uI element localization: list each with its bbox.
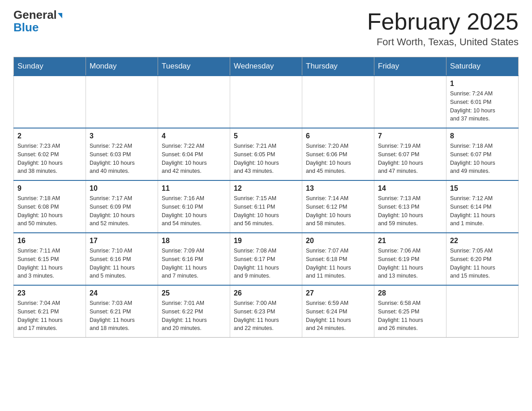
calendar-day-cell [158,76,230,128]
day-number: 23 [17,289,82,297]
day-number: 12 [234,184,298,193]
day-number: 2 [17,132,82,140]
day-number: 14 [378,184,442,193]
calendar-day-cell: 23Sunrise: 7:04 AM Sunset: 6:21 PM Dayli… [14,285,86,338]
calendar-day-cell: 25Sunrise: 7:01 AM Sunset: 6:22 PM Dayli… [158,285,230,338]
day-info: Sunrise: 7:12 AM Sunset: 6:14 PM Dayligh… [450,194,515,228]
calendar-day-cell: 28Sunrise: 6:58 AM Sunset: 6:25 PM Dayli… [374,285,446,338]
day-number: 6 [306,132,370,140]
day-info: Sunrise: 7:14 AM Sunset: 6:12 PM Dayligh… [306,194,370,228]
day-info: Sunrise: 7:18 AM Sunset: 6:08 PM Dayligh… [17,194,82,228]
calendar-day-cell [86,76,158,128]
day-info: Sunrise: 7:09 AM Sunset: 6:16 PM Dayligh… [162,247,226,280]
day-number: 28 [378,289,442,297]
day-number: 10 [90,184,154,193]
day-number: 26 [234,289,298,297]
day-info: Sunrise: 7:21 AM Sunset: 6:05 PM Dayligh… [234,142,298,176]
day-info: Sunrise: 7:16 AM Sunset: 6:10 PM Dayligh… [162,194,226,228]
day-of-week-header: Friday [374,57,446,76]
calendar-day-cell: 22Sunrise: 7:05 AM Sunset: 6:20 PM Dayli… [446,233,519,285]
calendar-day-cell: 14Sunrise: 7:13 AM Sunset: 6:13 PM Dayli… [374,180,446,233]
day-number: 13 [306,184,370,193]
day-number: 24 [90,289,154,297]
calendar-day-cell: 19Sunrise: 7:08 AM Sunset: 6:17 PM Dayli… [230,233,302,285]
day-info: Sunrise: 7:01 AM Sunset: 6:22 PM Dayligh… [162,299,226,333]
day-info: Sunrise: 7:00 AM Sunset: 6:23 PM Dayligh… [234,299,298,333]
day-of-week-header: Sunday [14,57,86,76]
calendar-week-row: 16Sunrise: 7:11 AM Sunset: 6:15 PM Dayli… [14,233,519,285]
calendar-week-row: 9Sunrise: 7:18 AM Sunset: 6:08 PM Daylig… [14,180,519,233]
day-number: 27 [306,289,370,297]
day-number: 8 [450,132,515,140]
day-number: 20 [306,237,370,245]
calendar-week-row: 23Sunrise: 7:04 AM Sunset: 6:21 PM Dayli… [14,285,519,338]
day-of-week-header: Monday [86,57,158,76]
day-number: 19 [234,237,298,245]
calendar-day-cell [374,76,446,128]
day-info: Sunrise: 7:10 AM Sunset: 6:16 PM Dayligh… [90,247,154,280]
day-number: 22 [450,237,515,245]
page-title: February 2025 [367,9,519,34]
logo-arrow-icon [58,13,62,18]
day-info: Sunrise: 7:13 AM Sunset: 6:13 PM Dayligh… [378,194,442,228]
day-info: Sunrise: 7:04 AM Sunset: 6:21 PM Dayligh… [17,299,82,333]
day-info: Sunrise: 7:20 AM Sunset: 6:06 PM Dayligh… [306,142,370,176]
calendar-day-cell: 1Sunrise: 7:24 AM Sunset: 6:01 PM Daylig… [446,76,519,128]
calendar-day-cell: 2Sunrise: 7:23 AM Sunset: 6:02 PM Daylig… [14,128,86,180]
calendar-day-cell [230,76,302,128]
day-info: Sunrise: 7:22 AM Sunset: 6:04 PM Dayligh… [162,142,226,176]
calendar-day-cell: 4Sunrise: 7:22 AM Sunset: 6:04 PM Daylig… [158,128,230,180]
day-number: 17 [90,237,154,245]
day-of-week-header: Tuesday [158,57,230,76]
day-info: Sunrise: 7:24 AM Sunset: 6:01 PM Dayligh… [450,90,515,123]
day-number: 1 [450,80,515,88]
day-info: Sunrise: 7:17 AM Sunset: 6:09 PM Dayligh… [90,194,154,228]
day-number: 7 [378,132,442,140]
calendar-day-cell: 21Sunrise: 7:06 AM Sunset: 6:19 PM Dayli… [374,233,446,285]
day-number: 18 [162,237,226,245]
calendar-day-cell: 26Sunrise: 7:00 AM Sunset: 6:23 PM Dayli… [230,285,302,338]
day-of-week-header: Wednesday [230,57,302,76]
calendar-week-row: 2Sunrise: 7:23 AM Sunset: 6:02 PM Daylig… [14,128,519,180]
calendar-table: SundayMondayTuesdayWednesdayThursdayFrid… [13,57,519,338]
calendar-day-cell: 8Sunrise: 7:18 AM Sunset: 6:07 PM Daylig… [446,128,519,180]
calendar-day-cell: 12Sunrise: 7:15 AM Sunset: 6:11 PM Dayli… [230,180,302,233]
day-number: 11 [162,184,226,193]
day-info: Sunrise: 7:19 AM Sunset: 6:07 PM Dayligh… [378,142,442,176]
page-header: General Blue February 2025 Fort Worth, T… [13,9,519,48]
day-info: Sunrise: 7:05 AM Sunset: 6:20 PM Dayligh… [450,247,515,280]
day-of-week-header: Thursday [302,57,374,76]
calendar-header-row: SundayMondayTuesdayWednesdayThursdayFrid… [14,57,519,76]
day-of-week-header: Saturday [446,57,519,76]
page-subtitle: Fort Worth, Texas, United States [367,36,519,48]
day-number: 3 [90,132,154,140]
day-number: 15 [450,184,515,193]
calendar-day-cell: 11Sunrise: 7:16 AM Sunset: 6:10 PM Dayli… [158,180,230,233]
calendar-day-cell [14,76,86,128]
day-number: 25 [162,289,226,297]
day-info: Sunrise: 7:11 AM Sunset: 6:15 PM Dayligh… [17,247,82,280]
day-info: Sunrise: 7:07 AM Sunset: 6:18 PM Dayligh… [306,247,370,280]
calendar-day-cell: 24Sunrise: 7:03 AM Sunset: 6:21 PM Dayli… [86,285,158,338]
day-info: Sunrise: 7:06 AM Sunset: 6:19 PM Dayligh… [378,247,442,280]
day-number: 16 [17,237,82,245]
day-info: Sunrise: 7:22 AM Sunset: 6:03 PM Dayligh… [90,142,154,176]
calendar-day-cell [302,76,374,128]
day-info: Sunrise: 7:18 AM Sunset: 6:07 PM Dayligh… [450,142,515,176]
logo: General Blue [13,9,62,33]
calendar-day-cell: 10Sunrise: 7:17 AM Sunset: 6:09 PM Dayli… [86,180,158,233]
day-info: Sunrise: 6:58 AM Sunset: 6:25 PM Dayligh… [378,299,442,333]
logo-text-line1: General [13,9,62,21]
calendar-day-cell: 27Sunrise: 6:59 AM Sunset: 6:24 PM Dayli… [302,285,374,338]
calendar-day-cell: 6Sunrise: 7:20 AM Sunset: 6:06 PM Daylig… [302,128,374,180]
day-info: Sunrise: 6:59 AM Sunset: 6:24 PM Dayligh… [306,299,370,333]
day-number: 4 [162,132,226,140]
day-number: 9 [17,184,82,193]
calendar-day-cell: 5Sunrise: 7:21 AM Sunset: 6:05 PM Daylig… [230,128,302,180]
day-info: Sunrise: 7:23 AM Sunset: 6:02 PM Dayligh… [17,142,82,176]
day-number: 5 [234,132,298,140]
calendar-week-row: 1Sunrise: 7:24 AM Sunset: 6:01 PM Daylig… [14,76,519,128]
day-info: Sunrise: 7:15 AM Sunset: 6:11 PM Dayligh… [234,194,298,228]
calendar-day-cell [446,285,519,338]
calendar-day-cell: 15Sunrise: 7:12 AM Sunset: 6:14 PM Dayli… [446,180,519,233]
